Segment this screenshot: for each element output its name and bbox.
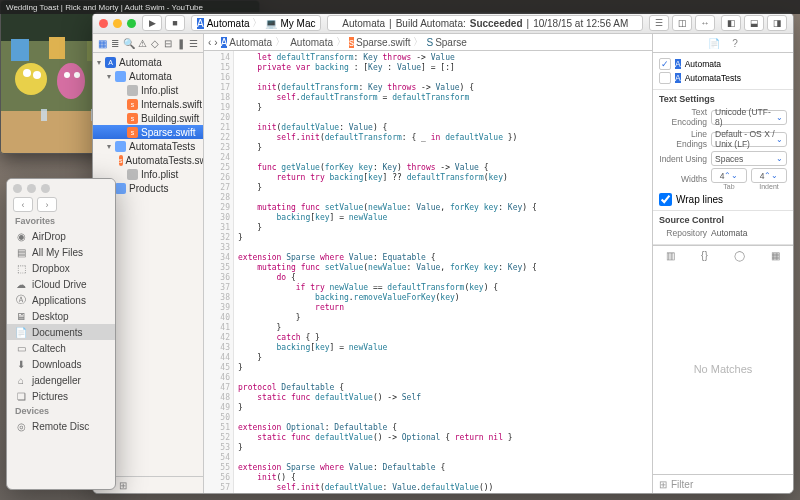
- breakpoint-navigator-icon[interactable]: ❚: [175, 37, 186, 50]
- debug-navigator-icon[interactable]: ⊟: [162, 37, 173, 50]
- svg-point-19: [74, 72, 80, 78]
- crumb-group[interactable]: Automata: [290, 37, 333, 48]
- target-membership-section: ✓AAutomataAAutomataTests: [653, 53, 793, 90]
- sidebar-item-icon: ▭: [15, 343, 27, 354]
- inspector-tabs[interactable]: 📄 ?: [653, 34, 793, 53]
- media-library-icon[interactable]: ▦: [771, 250, 780, 261]
- nav-item-automatatests-swift[interactable]: sAutomataTests.swift: [93, 153, 203, 167]
- jump-bar[interactable]: ‹ › AAutomata 〉 Automata 〉 sSparse.swift…: [204, 34, 652, 51]
- finder-item-applications[interactable]: ⒶApplications: [7, 292, 115, 308]
- crumb-project[interactable]: Automata: [229, 37, 272, 48]
- wrap-lines-checkbox[interactable]: [659, 193, 672, 206]
- svg-rect-21: [11, 39, 29, 61]
- status-result: Succeeded: [470, 18, 523, 29]
- version-editor-icon[interactable]: ↔: [695, 15, 715, 31]
- file-inspector-icon[interactable]: 📄: [708, 38, 720, 49]
- finder-item-remote-disc[interactable]: ◎Remote Disc: [7, 418, 115, 434]
- stop-button[interactable]: ■: [165, 15, 185, 31]
- finder-back-button[interactable]: ‹: [13, 197, 33, 212]
- filter-icon[interactable]: ⊞: [119, 480, 127, 491]
- finder-item-dropbox[interactable]: ⬚Dropbox: [7, 260, 115, 276]
- source-code[interactable]: let defaultTransform: Key throws -> Valu…: [234, 51, 652, 493]
- symbol-navigator-icon[interactable]: ≣: [110, 37, 121, 50]
- minimize-button[interactable]: [27, 184, 36, 193]
- finder-item-jadengeller[interactable]: ⌂jadengeller: [7, 372, 115, 388]
- file-template-icon[interactable]: ▥: [666, 250, 675, 261]
- scheme-destination: My Mac: [280, 18, 315, 29]
- library-tabs[interactable]: ▥ {} ◯ ▦: [653, 245, 793, 264]
- minimize-button[interactable]: [113, 19, 122, 28]
- finder-item-pictures[interactable]: ❏Pictures: [7, 388, 115, 404]
- repository-value: Automata: [711, 228, 747, 238]
- finder-item-downloads[interactable]: ⬇Downloads: [7, 356, 115, 372]
- source-editor[interactable]: 14 15 16 17 18 19 20 21 22 23 24 25 26 2…: [204, 51, 652, 493]
- crumb-file[interactable]: Sparse.swift: [356, 37, 410, 48]
- sidebar-item-icon: ⬚: [15, 263, 27, 274]
- indent-using-select[interactable]: Spaces⌄: [711, 151, 787, 166]
- editor-mode-segmented[interactable]: ☰ ◫ ↔: [649, 15, 715, 31]
- sidebar-item-icon: ◎: [15, 421, 27, 432]
- library-filter[interactable]: ⊞ Filter: [653, 474, 793, 493]
- nav-item-info-plist[interactable]: Info.plist: [93, 83, 203, 97]
- filter-grid-icon[interactable]: ⊞: [659, 479, 667, 490]
- nav-item-internals-swift[interactable]: sInternals.swift: [93, 97, 203, 111]
- close-button[interactable]: [13, 184, 22, 193]
- jumpbar-back-icon[interactable]: ‹: [208, 37, 211, 48]
- widths-label: Widths: [659, 174, 707, 184]
- run-button[interactable]: ▶: [142, 15, 162, 31]
- nav-item-sparse-swift[interactable]: sSparse.swift: [93, 125, 203, 139]
- line-endings-select[interactable]: Default - OS X / Unix (LF)⌄: [711, 132, 787, 147]
- zoom-button[interactable]: [41, 184, 50, 193]
- issue-navigator-icon[interactable]: ⚠: [137, 37, 148, 50]
- target-checkbox[interactable]: ✓: [659, 58, 671, 70]
- finder-item-caltech[interactable]: ▭Caltech: [7, 340, 115, 356]
- nav-item-automatatests[interactable]: ▾AutomataTests: [93, 139, 203, 153]
- assistant-editor-icon[interactable]: ◫: [672, 15, 692, 31]
- scheme-target: Automata: [207, 18, 250, 29]
- zoom-button[interactable]: [127, 19, 136, 28]
- crumb-symbol[interactable]: Sparse: [435, 37, 467, 48]
- object-library-icon[interactable]: ◯: [734, 250, 745, 261]
- source-control-title: Source Control: [659, 215, 787, 225]
- finder-forward-button[interactable]: ›: [37, 197, 57, 212]
- nav-item-automata[interactable]: ▾Automata: [93, 69, 203, 83]
- finder-item-desktop[interactable]: 🖥Desktop: [7, 308, 115, 324]
- svg-rect-22: [49, 37, 65, 59]
- indent-width-stepper[interactable]: 4⌃⌄: [751, 168, 787, 183]
- toggle-debug-icon[interactable]: ⬓: [744, 15, 764, 31]
- finder-item-icloud-drive[interactable]: ☁iCloud Drive: [7, 276, 115, 292]
- jumpbar-forward-icon[interactable]: ›: [214, 37, 217, 48]
- project-navigator-icon[interactable]: ▦: [97, 37, 108, 50]
- finder-titlebar: [7, 179, 115, 197]
- svg-point-14: [15, 63, 47, 95]
- svg-rect-24: [41, 109, 47, 121]
- repository-label: Repository: [659, 228, 707, 238]
- nav-item-automata[interactable]: ▾AAutomata: [93, 55, 203, 69]
- test-navigator-icon[interactable]: ◇: [150, 37, 161, 50]
- code-snippet-icon[interactable]: {}: [701, 250, 708, 261]
- wrap-lines-label: Wrap lines: [676, 194, 723, 205]
- finder-sidebar[interactable]: Favorites◉AirDrop▤All My Files⬚Dropbox☁i…: [7, 214, 115, 434]
- target-label: Automata: [685, 59, 721, 69]
- finder-item-all-my-files[interactable]: ▤All My Files: [7, 244, 115, 260]
- struct-icon: S: [426, 37, 433, 48]
- text-settings-title: Text Settings: [659, 94, 787, 104]
- standard-editor-icon[interactable]: ☰: [649, 15, 669, 31]
- finder-item-airdrop[interactable]: ◉AirDrop: [7, 228, 115, 244]
- finder-item-documents[interactable]: 📄Documents: [7, 324, 115, 340]
- find-navigator-icon[interactable]: 🔍: [123, 37, 135, 50]
- navigator-tabs[interactable]: ▦ ≣ 🔍 ⚠ ◇ ⊟ ❚ ☰: [93, 34, 203, 53]
- panel-toggles[interactable]: ◧ ⬓ ◨: [721, 15, 787, 31]
- activity-viewer[interactable]: Automata | Build Automata: Succeeded | 1…: [327, 15, 643, 31]
- toggle-inspector-icon[interactable]: ◨: [767, 15, 787, 31]
- nav-item-building-swift[interactable]: sBuilding.swift: [93, 111, 203, 125]
- target-checkbox[interactable]: [659, 72, 671, 84]
- toggle-navigator-icon[interactable]: ◧: [721, 15, 741, 31]
- text-encoding-select[interactable]: Unicode (UTF-8)⌄: [711, 110, 787, 125]
- sidebar-item-icon: ⬇: [15, 359, 27, 370]
- scheme-selector[interactable]: A Automata 〉 💻 My Mac: [191, 15, 321, 31]
- close-button[interactable]: [99, 19, 108, 28]
- tab-width-stepper[interactable]: 4⌃⌄: [711, 168, 747, 183]
- quick-help-icon[interactable]: ?: [732, 38, 738, 49]
- report-navigator-icon[interactable]: ☰: [188, 37, 199, 50]
